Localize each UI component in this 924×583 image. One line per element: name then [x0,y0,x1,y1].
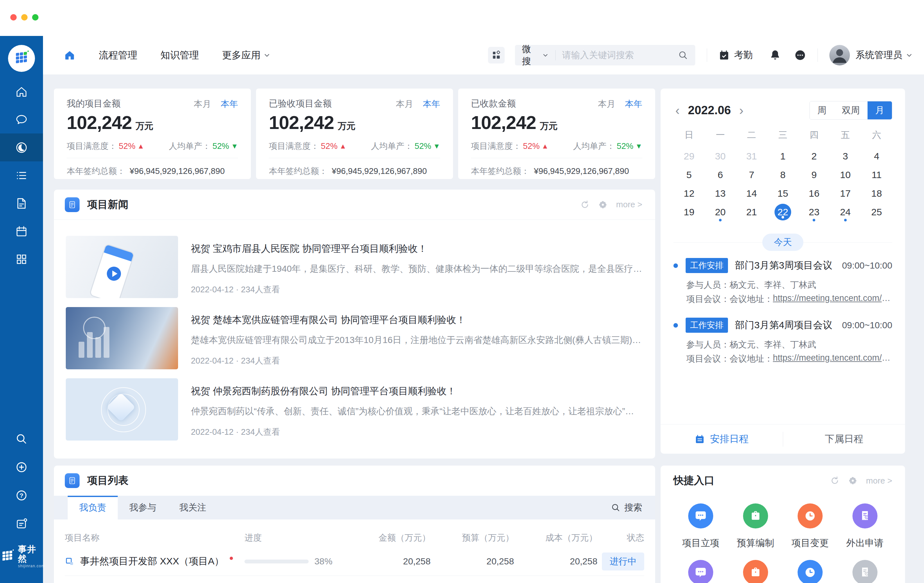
calendar-day[interactable]: 9 [799,165,830,184]
calendar-day[interactable]: 30 [705,147,736,165]
user-menu[interactable]: 系统管理员 [856,49,902,62]
calendar-prev-icon[interactable]: ‹ [673,104,681,117]
nav-item-more-apps[interactable]: 更多应用 [222,49,271,62]
calendar-day[interactable]: 25 [861,203,892,221]
project-search-button[interactable]: 搜索 [611,502,642,514]
quick-entry[interactable]: ¥ [838,560,893,583]
close-button[interactable] [10,14,16,21]
calendar-day[interactable]: 24 [830,203,861,221]
avatar[interactable] [829,45,850,66]
more-link[interactable]: more > [616,200,642,210]
sidebar-item-help[interactable]: ? [0,481,43,510]
calendar-day[interactable]: 5 [673,165,705,184]
sidebar-item-tasks[interactable] [0,162,43,189]
calendar-day[interactable]: 12 [673,184,705,203]
news-item[interactable]: 祝贺 楚雄本宽供应链管理有限公司 协同管理平台项目顺利验收！ 楚雄本宽供应链管理… [66,307,642,369]
calendar-day[interactable]: 15 [767,184,798,203]
sidebar-item-apps[interactable] [0,245,43,273]
app-launcher-button[interactable] [488,47,505,64]
calendar-day[interactable]: 14 [736,184,767,203]
nav-home-button[interactable] [64,49,76,61]
quick-entry[interactable] [673,560,728,583]
calendar-day[interactable]: 13 [705,184,736,203]
arrange-schedule-button[interactable]: 安排日程 [661,433,783,446]
quick-entry[interactable]: 项目立项 [673,504,728,560]
zoom-button[interactable] [32,14,38,21]
calendar-day[interactable]: 16 [799,184,830,203]
search-submit-icon[interactable] [678,50,688,60]
search-scope-selector[interactable]: 微搜 [522,43,549,68]
news-item[interactable]: 祝贺 仲景宛西制药股份有限公司 协同管理平台项目顺利验收！ 仲景宛西制药以“传承… [66,378,642,441]
gear-icon[interactable] [848,476,858,486]
card-title: 我的项目金额 [67,97,120,110]
calendar-day[interactable]: 21 [736,203,767,221]
calendar-day[interactable]: 3 [830,147,861,165]
calendar-day[interactable]: 29 [673,147,705,165]
sidebar-item-messages[interactable] [0,106,43,134]
schedule-tag: 工作安排 [686,258,728,273]
more-link[interactable]: more > [866,476,892,486]
table-row[interactable]: 事井然项目开发部 XXX（项目A） 38% 20,258 20,258 20,2… [65,547,644,576]
minimize-button[interactable] [21,14,28,21]
refresh-icon[interactable] [580,200,590,210]
calendar-day[interactable]: 2 [799,147,830,165]
notifications-button[interactable] [769,50,781,61]
tab-my-participating[interactable]: 我参与 [118,496,168,519]
attendance-button[interactable]: 考勤 [719,49,753,62]
calendar-day[interactable]: 23 [799,203,830,221]
tab-this-month[interactable]: 本月 [194,98,211,110]
tab-this-year[interactable]: 本年 [221,98,238,110]
news-item[interactable]: 祝贺 宝鸡市眉县人民医院 协同管理平台项目顺利验收！ 眉县人民医院始建于1940… [66,236,642,298]
tab-this-month[interactable]: 本月 [396,98,413,110]
sidebar-item-create[interactable] [0,453,43,481]
quick-entry[interactable]: 项目变更 [783,504,838,560]
calendar-day[interactable]: 19 [673,203,705,221]
schedule-item[interactable]: 工作安排 部门3月第3周项目会议 09:00~10:00 参与人员：杨文元、李祥… [673,258,892,313]
sidebar-item-feedback[interactable] [0,510,43,538]
nav-item-knowledge[interactable]: 知识管理 [160,49,199,62]
subordinate-schedule-button[interactable]: 下属日程 [783,433,906,446]
more-options-button[interactable] [794,50,806,61]
today-button[interactable]: 今天 [762,234,804,251]
sidebar-item-search[interactable] [0,425,43,453]
nav-item-process[interactable]: 流程管理 [99,49,137,62]
app-logo[interactable] [8,45,35,72]
quick-entry[interactable] [783,560,838,583]
tab-this-year[interactable]: 本年 [625,98,642,110]
quick-entry[interactable]: ¥外出申请 [838,504,893,560]
refresh-icon[interactable] [830,476,840,486]
calendar-day[interactable]: 22 [767,203,798,221]
sidebar-item-home[interactable] [0,78,43,106]
search-input[interactable] [562,50,678,60]
calendar-next-icon[interactable]: › [737,104,745,117]
calendar-day[interactable]: 18 [861,184,892,203]
calendar-day[interactable]: 4 [861,147,892,165]
view-biweek[interactable]: 双周 [834,101,868,119]
calendar-day[interactable]: 20 [705,203,736,221]
view-week[interactable]: 周 [810,101,834,119]
calendar-day[interactable]: 6 [705,165,736,184]
meeting-link[interactable]: https://meeting.tencent.com/dm/0KDS... [773,293,892,305]
meeting-link[interactable]: https://meeting.tencent.com/dm/0KDS... [773,353,892,365]
tab-this-month[interactable]: 本月 [598,98,615,110]
quick-entry[interactable]: 预算编制 [728,504,783,560]
calendar-day[interactable]: 10 [830,165,861,184]
sidebar-item-dashboard[interactable] [0,134,43,162]
status-badge[interactable]: 进行中 [602,553,644,570]
sidebar-item-calendar[interactable] [0,217,43,245]
calendar-day[interactable]: 17 [830,184,861,203]
tab-my-following[interactable]: 我关注 [168,496,218,519]
project-name[interactable]: 事井然项目开发部 XXX（项目A） [80,555,224,568]
calendar-day[interactable]: 11 [861,165,892,184]
view-month[interactable]: 月 [868,101,892,119]
gear-icon[interactable] [598,200,608,210]
calendar-day[interactable]: 7 [736,165,767,184]
quick-entry[interactable] [728,560,783,583]
calendar-day[interactable]: 31 [736,147,767,165]
tab-my-responsible[interactable]: 我负责 [68,496,118,519]
calendar-day[interactable]: 8 [767,165,798,184]
calendar-day[interactable]: 1 [767,147,798,165]
schedule-item[interactable]: 工作安排 部门3月第4周项目会议 09:00~10:00 参与人员：杨文元、李祥… [673,318,892,373]
tab-this-year[interactable]: 本年 [423,98,440,110]
sidebar-item-documents[interactable] [0,189,43,217]
